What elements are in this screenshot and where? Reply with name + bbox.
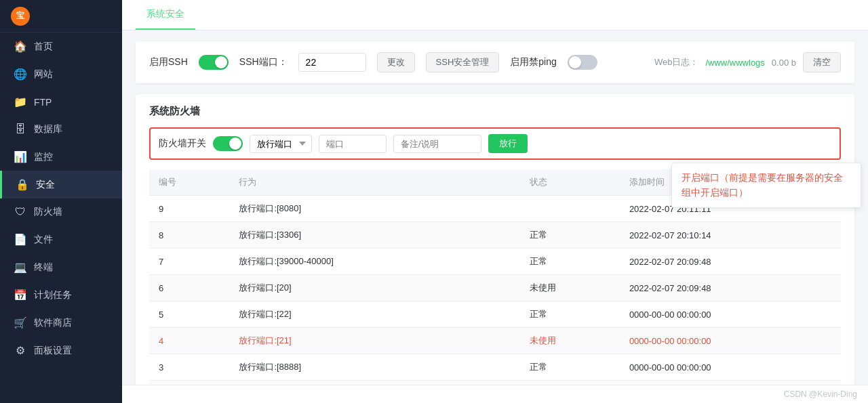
cell-empty: [479, 328, 520, 354]
cell-id: 6: [149, 275, 229, 301]
sidebar-label-files: 文件: [34, 234, 53, 246]
remark-input[interactable]: [393, 135, 481, 153]
cell-time: 0000-00-00 00:00:00: [620, 354, 841, 381]
cell-action: 放行端口:[22]: [229, 301, 478, 328]
table-row: 4 放行端口:[21] 未使用 0000-00-00 00:00:00: [149, 328, 841, 354]
firewall-toggle[interactable]: [213, 136, 243, 151]
panel-icon: ⚙: [14, 344, 27, 357]
table-body: 9 放行端口:[8080] 2022-02-07 20:11:11 8 放行端口…: [149, 196, 841, 385]
cell-action: 放行端口:[8888]: [229, 354, 478, 381]
ssh-enable-label: 启用SSH: [149, 56, 188, 68]
main-content: 系统安全 启用SSH SSH端口： 更改 SSH安全管理 启用禁ping Web…: [122, 0, 868, 403]
sidebar-label-terminal: 终端: [34, 261, 53, 274]
port-input[interactable]: [319, 135, 387, 153]
sidebar-label-firewall: 防火墙: [34, 206, 62, 218]
cell-time: 0000-00-00 00:00:00: [620, 328, 841, 354]
sidebar-item-appstore[interactable]: 🛒 软件商店: [0, 309, 122, 337]
cell-action: 放行端口:[8080]: [229, 196, 478, 222]
cell-id: 3: [149, 354, 229, 381]
cell-status: [520, 196, 620, 222]
sidebar-label-database: 数据库: [34, 123, 62, 135]
col-status: 状态: [520, 169, 620, 196]
ssh-change-button[interactable]: 更改: [377, 52, 415, 72]
table-row: 2 放行端口:[80] 未使用 0000-00-00 00:00:00: [149, 381, 841, 385]
website-icon: 🌐: [14, 68, 27, 81]
cell-status: 正常: [520, 301, 620, 328]
cell-empty: [479, 381, 520, 385]
cell-id: 8: [149, 222, 229, 249]
sidebar-item-home[interactable]: 🏠 首页: [0, 33, 122, 60]
add-rule-button[interactable]: 放行: [488, 134, 528, 153]
sidebar-label-tasks: 计划任务: [34, 289, 72, 301]
table-row: 6 放行端口:[20] 未使用 2022-02-07 20:09:48: [149, 275, 841, 301]
weblog-size: 0.00 b: [772, 58, 796, 68]
sidebar-label-home: 首页: [34, 41, 53, 53]
sidebar: 宝 🏠 首页 🌐 网站 📁 FTP 🗄 数据库 📊 监控 🔒 安全 🛡 防火墙 …: [0, 0, 122, 403]
sidebar-item-security[interactable]: 🔒 安全: [0, 171, 122, 198]
ping-toggle[interactable]: [568, 55, 597, 70]
ping-label: 启用禁ping: [510, 56, 556, 68]
sidebar-label-appstore: 软件商店: [34, 317, 72, 329]
cell-action: 放行端口:[20]: [229, 275, 478, 301]
sidebar-label-monitor: 监控: [34, 151, 53, 163]
sidebar-item-tasks[interactable]: 📅 计划任务: [0, 281, 122, 309]
sidebar-label-panel: 面板设置: [34, 345, 72, 357]
cell-time: 2022-02-07 20:09:48: [620, 275, 841, 301]
cell-action: 放行端口:[3306]: [229, 222, 478, 249]
sidebar-label-website: 网站: [34, 68, 53, 81]
cell-empty: [479, 196, 520, 222]
cell-time: 0000-00-00 00:00:00: [620, 301, 841, 328]
cell-status: 未使用: [520, 381, 620, 385]
cell-empty: [479, 354, 520, 381]
table-row: 8 放行端口:[3306] 正常 2022-02-07 20:10:14: [149, 222, 841, 249]
cell-status: 未使用: [520, 328, 620, 354]
ssh-section: 启用SSH SSH端口： 更改 SSH安全管理 启用禁ping Web日志： /…: [136, 41, 854, 83]
ssh-toggle[interactable]: [199, 55, 229, 70]
ssh-row: 启用SSH SSH端口： 更改 SSH安全管理 启用禁ping Web日志： /…: [149, 52, 841, 72]
cell-id: 4: [149, 328, 229, 354]
sidebar-item-firewall[interactable]: 🛡 防火墙: [0, 198, 122, 226]
cell-time: 0000-00-00 00:00:00: [620, 381, 841, 385]
weblog-area: Web日志： /www/wwwlogs 0.00 b 清空: [654, 52, 841, 72]
tab-system-security[interactable]: 系统安全: [136, 0, 195, 30]
cell-empty: [479, 275, 520, 301]
table-row: 5 放行端口:[22] 正常 0000-00-00 00:00:00: [149, 301, 841, 328]
sidebar-item-ftp[interactable]: 📁 FTP: [0, 88, 122, 116]
tab-bar: 系统安全: [122, 0, 868, 30]
cell-empty: [479, 249, 520, 275]
cell-action: 放行端口:[39000-40000]: [229, 249, 478, 275]
port-type-select[interactable]: 放行端口 禁止端口: [250, 135, 312, 153]
firewall-icon: 🛡: [14, 206, 27, 218]
cell-id: 2: [149, 381, 229, 385]
cell-empty: [479, 222, 520, 249]
appstore-icon: 🛒: [14, 316, 27, 329]
sidebar-item-database[interactable]: 🗄 数据库: [0, 116, 122, 143]
col-action: 行为: [229, 169, 478, 196]
sidebar-item-website[interactable]: 🌐 网站: [0, 60, 122, 88]
sidebar-item-files[interactable]: 📄 文件: [0, 226, 122, 253]
ssh-port-input[interactable]: [298, 53, 366, 72]
security-icon: 🔒: [16, 178, 29, 191]
ssh-port-label: SSH端口：: [239, 56, 288, 68]
cell-status: 正常: [520, 249, 620, 275]
weblog-label: Web日志：: [654, 56, 699, 68]
weblog-clear-button[interactable]: 清空: [803, 52, 841, 72]
sidebar-item-monitor[interactable]: 📊 监控: [0, 143, 122, 171]
sidebar-logo: 宝: [0, 0, 122, 33]
cell-action: 放行端口:[21]: [229, 328, 478, 354]
sidebar-item-terminal[interactable]: 💻 终端: [0, 253, 122, 281]
sidebar-label-security: 安全: [36, 179, 55, 191]
cell-id: 9: [149, 196, 229, 222]
sidebar-item-panel[interactable]: ⚙ 面板设置: [0, 337, 122, 364]
cell-status: 正常: [520, 354, 620, 381]
logo-icon: 宝: [11, 7, 30, 26]
cell-status: 正常: [520, 222, 620, 249]
firewall-toggle-label: 防火墙开关: [159, 137, 206, 150]
ssh-manage-button[interactable]: SSH安全管理: [426, 52, 500, 72]
firewall-form: 防火墙开关 放行端口 禁止端口 放行: [149, 127, 841, 160]
terminal-icon: 💻: [14, 261, 27, 274]
col-id: 编号: [149, 169, 229, 196]
content-area: 启用SSH SSH端口： 更改 SSH安全管理 启用禁ping Web日志： /…: [122, 30, 868, 385]
firewall-section-title: 系统防火墙: [149, 105, 841, 118]
table-row: 3 放行端口:[8888] 正常 0000-00-00 00:00:00: [149, 354, 841, 381]
